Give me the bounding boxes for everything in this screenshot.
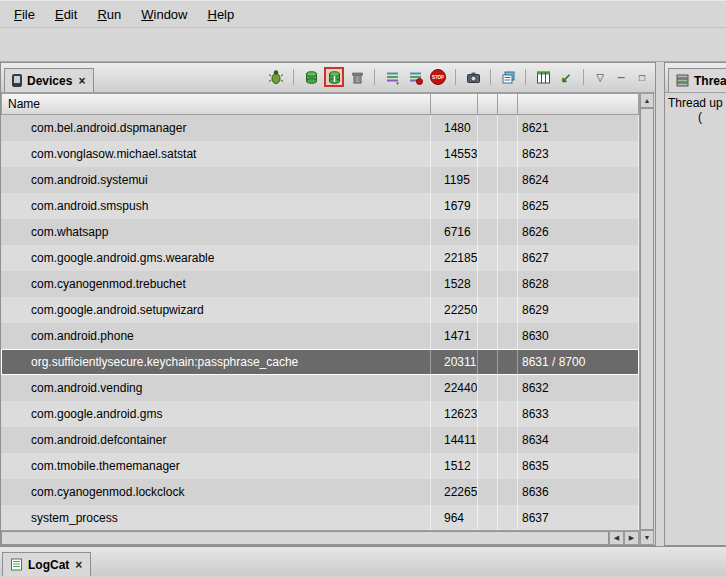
menu-window[interactable]: Window: [131, 3, 197, 26]
column-header-name[interactable]: Name: [1, 93, 431, 115]
table-row[interactable]: com.whatsapp 6716 8626: [1, 219, 639, 245]
cell-empty-1: [478, 141, 498, 167]
horizontal-scrollbar-thumb[interactable]: [1, 531, 609, 545]
devices-panel-header: Devices ×: [1, 63, 655, 93]
bottom-view-strip: LogCat ×: [0, 546, 726, 576]
cell-empty-1: [478, 297, 498, 323]
cell-pid: 1480: [431, 115, 478, 141]
vertical-scrollbar[interactable]: ▲ ▼: [639, 93, 654, 545]
menu-bar: File Edit Run Window Help: [0, 1, 726, 27]
cell-name: com.bel.android.dspmanager: [1, 115, 431, 141]
menu-run[interactable]: Run: [87, 3, 131, 26]
tab-threads[interactable]: Threa: [668, 68, 726, 92]
stop-process-icon[interactable]: STOP: [429, 68, 447, 86]
cell-name: com.android.systemui: [1, 167, 431, 193]
cell-port: 8637: [518, 505, 639, 530]
table-row[interactable]: com.vonglasow.michael.satstat 14553 8623: [1, 141, 639, 167]
cell-empty-2: [498, 453, 518, 479]
scroll-right-icon[interactable]: ▶: [624, 531, 639, 545]
cell-empty-2: [498, 401, 518, 427]
menu-help[interactable]: Help: [197, 3, 244, 26]
table-row[interactable]: com.cyanogenmod.lockclock 22265 8636: [1, 479, 639, 505]
cell-name: com.android.phone: [1, 323, 431, 349]
table-row[interactable]: com.android.defcontainer 14411 8634: [1, 427, 639, 453]
columns-icon[interactable]: [534, 68, 552, 86]
table-row[interactable]: com.google.android.setupwizard 22250 862…: [1, 297, 639, 323]
cell-empty-2: [498, 479, 518, 505]
column-header-pid[interactable]: [431, 93, 478, 115]
menu-file[interactable]: File: [4, 3, 45, 26]
table-row[interactable]: com.cyanogenmod.trebuchet 1528 8628: [1, 271, 639, 297]
vertical-scrollbar-thumb[interactable]: [640, 108, 654, 530]
tab-devices[interactable]: Devices ×: [4, 68, 94, 92]
column-header-empty-1[interactable]: [478, 93, 498, 115]
screen-capture-icon[interactable]: [464, 68, 482, 86]
table-row[interactable]: system_process 964 8637: [1, 505, 639, 530]
view-menu-icon[interactable]: ▽: [592, 69, 608, 85]
table-row[interactable]: org.sufficientlysecure.keychain:passphra…: [1, 349, 639, 375]
start-method-profiling-icon[interactable]: [406, 68, 424, 86]
cell-name: com.google.android.gms: [1, 401, 431, 427]
toolbar-separator: [490, 69, 491, 85]
cause-gc-icon[interactable]: [348, 68, 366, 86]
close-icon[interactable]: ×: [74, 558, 83, 572]
scroll-down-icon[interactable]: ▼: [640, 530, 654, 545]
scroll-left-icon[interactable]: ◀: [609, 531, 624, 545]
table-row[interactable]: com.android.vending 22440 8632: [1, 375, 639, 401]
cell-name: com.android.vending: [1, 375, 431, 401]
column-header-port[interactable]: [518, 93, 639, 115]
global-toolbar: [0, 27, 726, 62]
threads-icon: [676, 74, 689, 87]
cell-name: com.whatsapp: [1, 219, 431, 245]
cell-empty-2: [498, 115, 518, 141]
column-header-empty-2[interactable]: [498, 93, 518, 115]
tab-logcat[interactable]: LogCat ×: [2, 552, 91, 576]
cell-name: org.sufficientlysecure.keychain:passphra…: [1, 349, 431, 375]
table-row[interactable]: com.android.phone 1471 8630: [1, 323, 639, 349]
tab-threads-label: Threa: [694, 74, 726, 88]
toolbar-separator: [583, 69, 584, 85]
cell-name: com.google.android.setupwizard: [1, 297, 431, 323]
maximize-icon[interactable]: □: [634, 69, 650, 85]
dump-hprof-icon[interactable]: [325, 68, 343, 86]
cell-empty-2: [498, 349, 518, 375]
debug-process-icon[interactable]: [267, 68, 285, 86]
table-row[interactable]: com.android.smspush 1679 8625: [1, 193, 639, 219]
table-row[interactable]: com.android.systemui 1195 8624: [1, 167, 639, 193]
cell-port: 8629: [518, 297, 639, 323]
cell-pid: 14411: [431, 427, 478, 453]
menu-edit[interactable]: Edit: [45, 3, 87, 26]
panel-sash[interactable]: [656, 62, 664, 546]
toolbar-separator: [293, 69, 294, 85]
logcat-icon: [10, 558, 23, 571]
cell-empty-1: [478, 453, 498, 479]
horizontal-scrollbar[interactable]: ◀ ▶: [1, 530, 639, 545]
cell-port: 8634: [518, 427, 639, 453]
jump-icon[interactable]: ↙: [557, 68, 575, 86]
table-row[interactable]: com.tmobile.thememanager 1512 8635: [1, 453, 639, 479]
minimize-icon[interactable]: ─: [613, 69, 629, 85]
scroll-up-icon[interactable]: ▲: [640, 93, 654, 108]
update-threads-icon[interactable]: [383, 68, 401, 86]
close-icon[interactable]: ×: [77, 74, 86, 88]
threads-panel: Threa Thread up (: [664, 62, 726, 546]
system-info-icon[interactable]: [499, 68, 517, 86]
cell-port: 8635: [518, 453, 639, 479]
cell-port: 8626: [518, 219, 639, 245]
cell-port: 8636: [518, 479, 639, 505]
table-row[interactable]: com.bel.android.dspmanager 1480 8621: [1, 115, 639, 141]
cell-empty-2: [498, 297, 518, 323]
cell-empty-1: [478, 167, 498, 193]
table-row[interactable]: com.google.android.gms.wearable 22185 86…: [1, 245, 639, 271]
cell-pid: 20311: [431, 349, 478, 375]
cell-name: com.android.defcontainer: [1, 427, 431, 453]
cell-port: 8632: [518, 375, 639, 401]
cell-pid: 14553: [431, 141, 478, 167]
cell-empty-1: [478, 505, 498, 530]
cell-pid: 6716: [431, 219, 478, 245]
cell-port: 8630: [518, 323, 639, 349]
update-heap-icon[interactable]: [302, 68, 320, 86]
cell-pid: 1471: [431, 323, 478, 349]
toolbar-separator: [455, 69, 456, 85]
table-row[interactable]: com.google.android.gms 12623 8633: [1, 401, 639, 427]
